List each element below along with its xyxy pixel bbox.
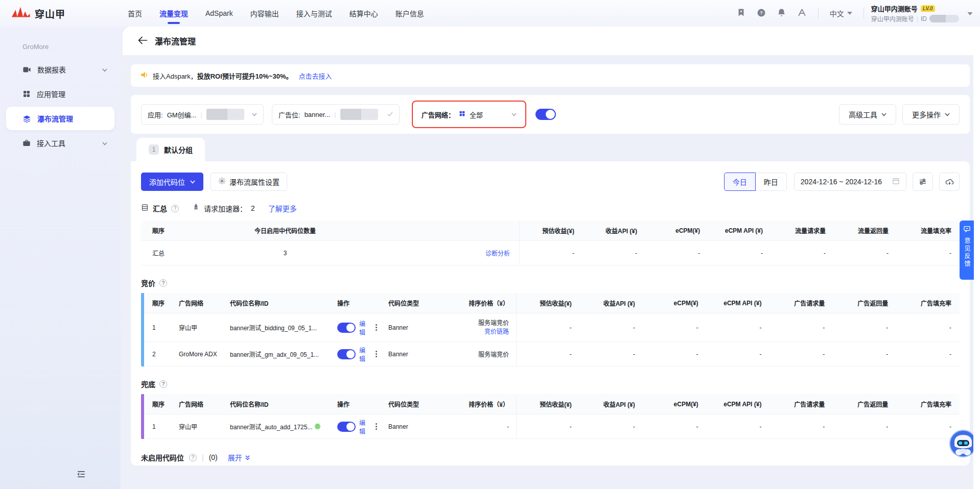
nav-home[interactable]: 首页 bbox=[128, 0, 142, 27]
filter-bar: 应用: GM创编... | 广告位: banner... | 广告网络： 全部 bbox=[131, 95, 970, 134]
ad-slot-select[interactable]: 广告位: banner... | bbox=[272, 104, 400, 125]
filter-toggle[interactable] bbox=[535, 109, 556, 120]
sidebar-collapse-icon[interactable] bbox=[77, 470, 86, 480]
chevron-down-icon bbox=[252, 111, 257, 117]
help-icon[interactable]: ? bbox=[757, 8, 766, 19]
bookmark-icon[interactable] bbox=[737, 8, 745, 18]
add-code-slot-button[interactable]: 添加代码位 bbox=[141, 173, 203, 191]
date-quick-segment: 今日 昨日 bbox=[724, 173, 787, 191]
rocket-icon bbox=[192, 204, 200, 213]
bidding-row-1: 1 穿山甲 banner测试_bidding_09_05_1... 编辑 Ban… bbox=[144, 313, 960, 342]
toolbar: 添加代码位 瀑布流属性设置 今日 昨日 2024-12-16 ~ 2024-12… bbox=[141, 173, 960, 191]
accelerator-value: 2 bbox=[251, 204, 255, 212]
help-circle-icon[interactable]: ? bbox=[159, 279, 167, 287]
col-est-revenue: 预估收益(¥) bbox=[520, 226, 582, 235]
download-button[interactable] bbox=[939, 173, 960, 191]
database-icon bbox=[141, 204, 149, 213]
disabled-slots-count: (0) bbox=[209, 453, 218, 461]
waterfall-content-panel: 添加代码位 瀑布流属性设置 今日 昨日 2024-12-16 ~ 2024-12… bbox=[131, 161, 970, 466]
bidding-section-title: 竞价 ? bbox=[141, 278, 960, 288]
banner-link[interactable]: 点击去接入 bbox=[298, 71, 332, 81]
diagnose-link[interactable]: 诊断分析 bbox=[485, 250, 510, 257]
logo[interactable]: 穿山甲 bbox=[11, 6, 119, 21]
account-chevron-down-icon[interactable] bbox=[967, 10, 973, 17]
notification-bell-icon[interactable] bbox=[777, 8, 786, 18]
edit-link[interactable]: 编辑 bbox=[359, 418, 371, 435]
date-range-value: 2024-12-16 ~ 2024-12-16 bbox=[801, 178, 882, 186]
pangle-apps-icon[interactable] bbox=[797, 8, 807, 19]
col-requests: 流量请求量 bbox=[771, 226, 834, 235]
sidebar-item-data-reports[interactable]: 数据报表 bbox=[6, 58, 114, 81]
sidebar: GroMore 数据报表 应用管理 瀑布流管理 接入工具 bbox=[0, 27, 121, 489]
check-icon bbox=[387, 111, 393, 117]
today-button[interactable]: 今日 bbox=[724, 173, 756, 191]
sidebar-item-label: 应用管理 bbox=[37, 89, 65, 99]
disabled-slots-label: 未启用代码位 bbox=[141, 452, 184, 462]
summary-order: 汇总 bbox=[141, 249, 174, 257]
tab-default-group[interactable]: 1 默认分组 bbox=[136, 138, 205, 161]
language-switcher[interactable]: 中文 bbox=[830, 8, 852, 18]
row-toggle[interactable] bbox=[337, 349, 356, 359]
sidebar-item-integration-tools[interactable]: 接入工具 bbox=[6, 131, 114, 155]
row-toggle[interactable] bbox=[337, 422, 356, 432]
col-returns: 流量返回量 bbox=[834, 226, 897, 235]
tab-label: 默认分组 bbox=[164, 144, 193, 155]
main-nav: 首页 流量变现 AdSpark 内容输出 接入与测试 结算中心 账户信息 bbox=[128, 0, 424, 27]
bidding-link[interactable]: 竞价链路 bbox=[484, 328, 509, 335]
help-circle-icon[interactable]: ? bbox=[189, 454, 197, 461]
summary-count: 3 bbox=[174, 250, 396, 257]
date-range-picker[interactable]: 2024-12-16 ~ 2024-12-16 bbox=[794, 173, 906, 191]
account-id-label: ID bbox=[921, 15, 927, 22]
sidebar-section-title: GroMore bbox=[22, 43, 121, 51]
double-chevron-down-icon bbox=[245, 455, 250, 460]
col-ecpm-api: eCPM API (¥) bbox=[708, 227, 771, 234]
code-slot-name: banner测试_auto_add_1725... bbox=[230, 422, 312, 431]
column-settings-button[interactable] bbox=[913, 173, 933, 191]
speaker-icon bbox=[140, 70, 149, 81]
advanced-tools-button[interactable]: 高级工具 bbox=[839, 104, 896, 125]
sidebar-item-waterfall-management[interactable]: 瀑布流管理 bbox=[6, 107, 114, 130]
accelerator-label: 请求加速器： bbox=[204, 203, 247, 213]
waterfall-settings-button[interactable]: 瀑布流属性设置 bbox=[211, 173, 287, 191]
yesterday-button[interactable]: 昨日 bbox=[755, 173, 787, 191]
more-menu-icon[interactable] bbox=[375, 323, 378, 332]
nav-monetization[interactable]: 流量变现 bbox=[159, 0, 188, 27]
chevron-down-icon bbox=[102, 65, 107, 74]
scrollbar-track[interactable] bbox=[973, 27, 980, 489]
summary-row: 汇总 3 诊断分析 - - - - - - - bbox=[141, 241, 960, 265]
more-menu-icon[interactable] bbox=[375, 422, 378, 431]
feedback-button[interactable]: 意见反馈 bbox=[960, 221, 974, 280]
more-actions-button[interactable]: 更多操作 bbox=[902, 104, 960, 125]
help-circle-icon[interactable]: ? bbox=[159, 380, 167, 388]
row-toggle[interactable] bbox=[337, 323, 356, 333]
back-arrow-icon[interactable] bbox=[138, 36, 148, 46]
code-slot-name: banner测试_bidding_09_05_1... bbox=[230, 323, 317, 332]
nav-content-output[interactable]: 内容输出 bbox=[250, 0, 279, 27]
tab-count-badge: 1 bbox=[149, 144, 159, 155]
edit-link[interactable]: 编辑 bbox=[359, 346, 371, 363]
ad-network-select[interactable]: 广告网络： 全部 bbox=[415, 104, 523, 125]
app-select-redacted bbox=[206, 109, 244, 120]
logo-text: 穿山甲 bbox=[35, 7, 65, 20]
nav-adspark[interactable]: AdSpark bbox=[205, 0, 233, 27]
ad-network-select-label: 广告网络： bbox=[422, 110, 455, 119]
edit-link[interactable]: 编辑 bbox=[359, 319, 371, 336]
app-select[interactable]: 应用: GM创编... | bbox=[141, 104, 264, 125]
fallback-row-1: 1 穿山甲 banner测试_auto_add_1725... 编辑 Banne… bbox=[144, 414, 960, 439]
more-menu-icon[interactable] bbox=[375, 350, 378, 358]
summary-table: 顺序 今日启用中代码位数量 预估收益(¥) 收益API (¥) eCPM(¥) … bbox=[141, 221, 960, 265]
ad-slot-select-label: 广告位: bbox=[278, 110, 300, 119]
sidebar-item-app-management[interactable]: 应用管理 bbox=[6, 82, 114, 106]
price-mode: 服务端竞价 bbox=[478, 320, 509, 327]
nav-account-info[interactable]: 账户信息 bbox=[395, 0, 424, 27]
nav-settlement[interactable]: 结算中心 bbox=[349, 0, 378, 27]
notice-banner: 接入Adspark，投放ROI预计可提升10%~30%。 点击去接入 bbox=[131, 64, 970, 87]
learn-more-link[interactable]: 了解更多 bbox=[268, 203, 297, 213]
expand-link[interactable]: 展开 bbox=[228, 452, 250, 462]
app-select-value: GM创编... bbox=[167, 110, 197, 119]
summary-title: 汇总 bbox=[153, 203, 167, 213]
help-circle-icon[interactable]: ? bbox=[171, 205, 179, 212]
chevron-down-icon bbox=[511, 111, 517, 117]
account-info[interactable]: 穿山甲内测账号 LV.0 穿山甲内测账号 | ID bbox=[871, 4, 959, 23]
nav-integration-test[interactable]: 接入与测试 bbox=[296, 0, 332, 27]
